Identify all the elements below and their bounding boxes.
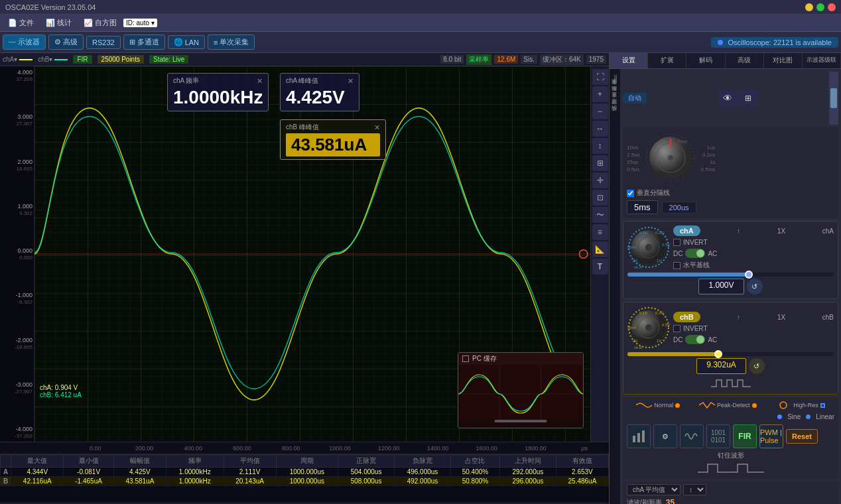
tool-single-acquire[interactable]: ≡ 单次采集 xyxy=(208,34,255,50)
restore-icon[interactable] xyxy=(816,3,824,11)
ch-top-right: 8.0 bit 采样率 12.6M Sis. 缓冲区：64K 1975 xyxy=(440,54,606,65)
row-a-neg-pulse: 496.000us xyxy=(395,468,451,477)
time-knob[interactable]: Time xyxy=(644,131,697,186)
cha-invert-checkbox[interactable] xyxy=(673,239,680,246)
popup-cha-peak[interactable]: chA 峰峰值 ✕ 4.425V xyxy=(280,73,359,111)
tool-multichannel[interactable]: ⊞ 多通道 xyxy=(123,34,165,50)
waveform-canvas-area[interactable]: chA: 0.904 V chB: 6.412 uA chA 频率 ✕ 1.00… xyxy=(34,66,590,442)
cha-volt-row: 1.000V ↺ xyxy=(627,273,834,294)
zoom-fit-icon[interactable]: ⛶ xyxy=(592,69,608,85)
meas-row-a: A 4.344V -0.081V 4.425V 1.0000kHz 2.111V… xyxy=(1,468,609,477)
chb-knob-svg[interactable]: 0.1V 0.2V 0.5V 1V 2V 50mV ch.B xyxy=(627,306,671,349)
chb-badge[interactable]: chB xyxy=(673,312,700,322)
mini-display-title: PC 缓存 xyxy=(458,353,583,365)
cha-knob-svg[interactable]: 0.1V 0.2V 0.5V 1V 2V 50mV ch.A xyxy=(627,226,671,269)
wave-icon[interactable]: 〜 xyxy=(592,207,608,223)
chb-header: 0.1V 0.2V 0.5V 1V 2V 50mV ch.B c xyxy=(627,306,834,349)
col-freq: 频率 xyxy=(166,455,224,468)
y-axis: 4.00037.209 3.00027.907 2.00018.605 1.00… xyxy=(0,66,34,442)
measure-icon[interactable]: ⊡ xyxy=(592,190,608,206)
tab-advanced[interactable]: 高级 xyxy=(726,53,764,68)
tool-rs232[interactable]: RS232 xyxy=(86,36,121,49)
filter-dropdown[interactable]: ↕ xyxy=(683,484,706,495)
reset-btn[interactable]: Reset xyxy=(786,429,818,444)
cha-avg-select[interactable]: chA 平均值 xyxy=(627,484,680,495)
filter-rate-value: 35 xyxy=(666,498,675,504)
waveform-row: 4.00037.209 3.00027.907 2.00018.605 1.00… xyxy=(0,66,609,442)
waveform-btn[interactable] xyxy=(680,424,704,448)
settings-gear-btn[interactable]: ⚙ xyxy=(653,424,677,448)
svg-text:Time: Time xyxy=(677,139,687,144)
menu-file[interactable]: 📄 文件 xyxy=(3,17,39,29)
menu-histogram[interactable]: 📈 自方图 xyxy=(78,17,122,29)
cha-reset-icon[interactable]: ↺ xyxy=(747,279,763,294)
cha-dc-toggle[interactable] xyxy=(685,249,705,258)
chb-invert-checkbox[interactable] xyxy=(673,325,680,332)
minimize-icon[interactable] xyxy=(805,3,813,11)
cha-invert-label: INVERT xyxy=(683,239,708,246)
tab-compare[interactable]: 对比图 xyxy=(764,53,803,68)
popup-chb-peak[interactable]: chB 峰峰值 ✕ 43.581uA xyxy=(280,119,386,160)
bar-chart-icon-btn[interactable] xyxy=(627,424,651,448)
points-badge: 25000 Points xyxy=(97,55,144,64)
menu-id[interactable]: ID: auto ▾ xyxy=(123,19,157,27)
chb-dc-toggle[interactable] xyxy=(685,335,705,344)
cha-reading: chA: 0.904 V xyxy=(40,384,82,391)
mini-checkbox[interactable] xyxy=(462,355,469,362)
time-knob-row: 10us 2.5us 25us 0.5us xyxy=(627,131,834,186)
tool-advanced[interactable]: ⚙ 高级 xyxy=(48,34,84,50)
chb-reset-icon[interactable]: ↺ xyxy=(749,358,765,374)
chb-volt-row: 9.302uA ↺ xyxy=(627,352,834,374)
filter-badge: FIR xyxy=(73,55,92,64)
zoom-out-icon[interactable]: − xyxy=(592,103,608,119)
cha-badge[interactable]: chA xyxy=(673,225,700,236)
tool-lan[interactable]: 🌐 LAN xyxy=(168,35,205,49)
chb-volt-slider[interactable] xyxy=(627,352,834,356)
tab-decode[interactable]: 解码 xyxy=(686,53,725,68)
grid-line-row: 垂直分隔线 xyxy=(627,188,834,198)
popup-cha-freq-close[interactable]: ✕ xyxy=(257,77,263,86)
table-icon[interactable]: ≡ xyxy=(592,224,608,240)
y-label-2: 2.00018.605 xyxy=(1,158,32,172)
menu-linechart[interactable]: 📊 线计 xyxy=(40,17,77,29)
title-bar: OSCA02E Version 23.05.04 xyxy=(0,0,841,15)
svg-text:ch.B: ch.B xyxy=(634,346,642,349)
pwm-pulse-btn[interactable]: PWM | Pulse xyxy=(759,424,783,448)
ruler-icon[interactable]: 📐 xyxy=(592,241,608,257)
popup-cha-peak-title: chA 峰峰值 xyxy=(286,76,318,86)
cha-badge-row: chA ↑ 1X chA xyxy=(673,225,834,236)
eye-icon[interactable]: 👁 xyxy=(718,89,737,107)
expand-v-icon[interactable]: ↕ xyxy=(592,138,608,154)
svg-point-17 xyxy=(645,244,652,251)
text-t-icon[interactable]: T xyxy=(592,259,608,275)
cha-baseline-checkbox[interactable] xyxy=(673,262,680,269)
side-label-osc: osc xyxy=(612,72,618,85)
popup-cha-freq[interactable]: chA 频率 ✕ 1.0000kHz xyxy=(167,73,269,111)
vertical-scroll-knob[interactable] xyxy=(829,72,838,125)
chb-line xyxy=(54,59,68,60)
chevron-down-icon: ▾ xyxy=(151,19,155,27)
chb-dc-label: DC xyxy=(673,336,682,344)
fir-btn[interactable]: FIR xyxy=(733,424,757,448)
grid-icon: ⊞ xyxy=(129,38,135,46)
popup-cha-peak-close[interactable]: ✕ xyxy=(348,77,354,86)
popup-chb-peak-close[interactable]: ✕ xyxy=(374,123,380,132)
cha-volt-slider[interactable] xyxy=(627,273,834,277)
auto-badge: 自动 xyxy=(623,93,647,103)
tool-oscilloscope[interactable]: 〰 示波器 xyxy=(3,34,46,50)
measurements-grid: 最大值 最小值 幅幅值 频率 平均值 周期 正脉宽 负脉宽 占空比 上升时间 有… xyxy=(0,454,609,486)
grid-pattern-icon[interactable]: ⊞ xyxy=(739,89,757,107)
grid-icon[interactable]: ⊞ xyxy=(592,155,608,171)
close-icon[interactable] xyxy=(828,3,836,11)
tab-settings[interactable]: 设置 xyxy=(610,53,648,68)
buffer-badge: 缓冲区：64K xyxy=(540,54,584,65)
meas-header-row: 最大值 最小值 幅幅值 频率 平均值 周期 正脉宽 负脉宽 占空比 上升时间 有… xyxy=(1,455,609,468)
grid-line-checkbox[interactable] xyxy=(627,190,634,197)
digital-btn[interactable]: 10010101 xyxy=(706,424,730,448)
tab-osc-cascade[interactable]: 示波器级联 xyxy=(803,53,841,68)
expand-h-icon[interactable]: ↔ xyxy=(592,121,608,137)
zoom-in-icon[interactable]: + xyxy=(592,86,608,102)
cursor-icon[interactable]: ✛ xyxy=(592,172,608,188)
tab-extend[interactable]: 扩展 xyxy=(648,53,686,68)
col-neg-pulse: 负脉宽 xyxy=(395,455,451,468)
